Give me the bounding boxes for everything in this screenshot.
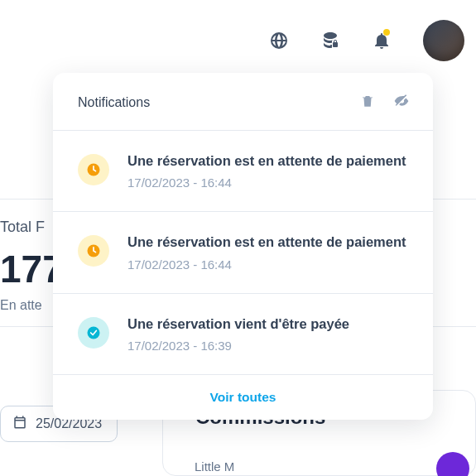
- bell-badge: [383, 29, 390, 36]
- notification-title: Une réservation est en attente de paieme…: [127, 233, 408, 251]
- trash-icon: [360, 94, 375, 108]
- notification-item[interactable]: Une réservation est en attente de paieme…: [53, 130, 433, 211]
- view-all-link[interactable]: Voir toutes: [210, 390, 276, 404]
- notification-time: 17/02/2023 - 16:44: [127, 257, 408, 272]
- clear-notifications-button[interactable]: [358, 91, 377, 113]
- clock-icon: [78, 235, 109, 267]
- mute-notifications-button[interactable]: [392, 91, 411, 113]
- notification-title: Une réservation est en attente de paieme…: [127, 152, 408, 170]
- notification-item[interactable]: Une réservation vient d'être payée 17/02…: [53, 293, 433, 374]
- avatar[interactable]: [423, 20, 464, 61]
- check-circle-icon: [78, 317, 109, 349]
- commissions-subline: Little M: [195, 459, 234, 474]
- notification-title: Une réservation vient d'être payée: [127, 315, 408, 333]
- notification-item[interactable]: Une réservation est en attente de paieme…: [53, 211, 433, 292]
- total-label: Total F: [0, 219, 45, 236]
- clock-icon: [78, 154, 109, 185]
- pending-label: En atte: [0, 298, 42, 313]
- database-lock-icon[interactable]: [320, 31, 340, 50]
- notifications-title: Notifications: [78, 95, 150, 110]
- globe-icon[interactable]: [269, 31, 289, 50]
- notification-time: 17/02/2023 - 16:44: [127, 175, 408, 190]
- calendar-icon: [12, 415, 27, 433]
- svg-point-2: [88, 326, 100, 339]
- notifications-panel: Notifications Une réservation est en att…: [53, 73, 433, 420]
- eye-off-icon: [393, 93, 410, 109]
- bell-icon[interactable]: [372, 31, 392, 50]
- notification-time: 17/02/2023 - 16:39: [127, 339, 408, 353]
